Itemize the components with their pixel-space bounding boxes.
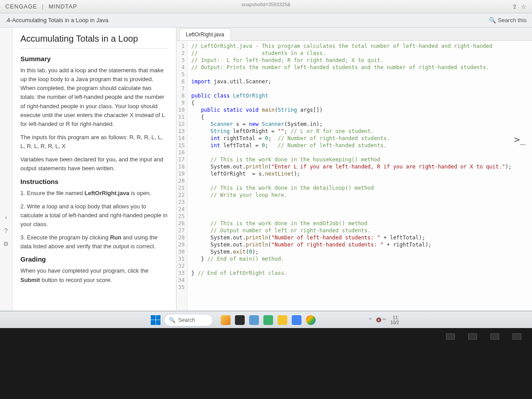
share-icon[interactable]: ⇪ <box>512 3 517 10</box>
instruction-step-1: 1. Ensure the file named LeftOrRight.jav… <box>20 189 168 198</box>
indicator-light <box>490 333 499 340</box>
search-icon: 🔍 <box>169 317 176 323</box>
indicator-light <box>512 333 521 340</box>
tray-speaker-icon[interactable]: 🔇 ᵈˣ <box>376 317 386 322</box>
taskbar-apps <box>221 315 316 325</box>
rail-back-icon[interactable]: ‹ <box>5 214 7 221</box>
instruction-step-2: 2. Write a loop and a loop body that all… <box>20 202 168 229</box>
instructions-panel: Accumulating Totals in a Loop Summary In… <box>12 27 176 310</box>
summary-heading: Summary <box>20 55 168 63</box>
system-tray: ^ 🔇 ᵈˣ 11: 10/2 <box>369 315 399 325</box>
rail-help-icon[interactable]: ? <box>4 227 8 234</box>
top-bar: CENGAGE | MINDTAP snapshotId=3593325& ⇪ … <box>0 0 532 13</box>
taskbar-app-icon[interactable] <box>292 315 301 325</box>
code-area[interactable]: 1234567891011121314151617181920212223242… <box>176 41 532 310</box>
laptop-bezel <box>0 328 532 399</box>
brand: CENGAGE | MINDTAP <box>5 3 77 10</box>
summary-paragraph-3: Variables have been declared for you, an… <box>20 155 168 173</box>
url-fragment: snapshotId=3593325& <box>242 2 290 7</box>
side-rail: ‹ ? ⚙ <box>0 27 12 310</box>
editor-tab-bar: LeftOrRight.java <box>176 27 532 41</box>
taskbar-app-icon[interactable] <box>263 315 273 325</box>
brand-right: MINDTAP <box>49 3 78 10</box>
taskbar-app-icon[interactable] <box>278 315 287 325</box>
code-editor: LeftOrRight.java 12345678910111213141516… <box>176 27 532 310</box>
instruction-step-3: 3. Execute the program by clicking Run a… <box>20 233 168 251</box>
taskbar-app-icon[interactable] <box>306 315 316 325</box>
line-gutter: 1234567891011121314151617181920212223242… <box>176 41 188 310</box>
tray-chevron-icon[interactable]: ^ <box>369 317 372 322</box>
windows-taskbar: 🔍 Search ^ 🔇 ᵈˣ 11: 10/2 <box>0 311 532 328</box>
topbar-actions: ⇪ ☆ <box>512 3 527 10</box>
instructions-heading: Instructions <box>20 178 168 185</box>
indicator-light <box>468 333 477 340</box>
breadcrumb: .4-Accumulating Totals in a Loop in Java <box>5 17 108 23</box>
page-title: Accumulating Totals in a Loop <box>20 34 168 49</box>
main-area: ‹ ? ⚙ Accumulating Totals in a Loop Summ… <box>0 27 532 310</box>
grading-paragraph: When you have completed your program, cl… <box>20 266 168 284</box>
tray-clock[interactable]: 11: 10/2 <box>391 315 399 325</box>
summary-paragraph-1: In this lab, you add a loop and the stat… <box>20 66 168 129</box>
search-icon: 🔍 <box>489 17 496 23</box>
brand-separator: | <box>42 3 44 10</box>
taskbar-search[interactable]: 🔍 Search <box>164 314 213 326</box>
star-icon[interactable]: ☆ <box>521 3 527 10</box>
summary-paragraph-2: The inputs for this program are as follo… <box>20 133 168 151</box>
sub-header: .4-Accumulating Totals in a Loop in Java… <box>0 13 532 27</box>
grading-heading: Grading <box>20 255 168 263</box>
taskbar-app-icon[interactable] <box>249 315 259 325</box>
terminal-icon[interactable]: >_ <box>514 134 526 145</box>
indicator-light <box>446 333 455 340</box>
search-this-course[interactable]: 🔍 Search this <box>489 17 527 23</box>
brand-left: CENGAGE <box>5 3 37 10</box>
start-button[interactable] <box>151 315 160 325</box>
taskbar-app-icon[interactable] <box>235 315 245 325</box>
code-content[interactable]: // LeftOrRight.java - This program calcu… <box>188 41 515 310</box>
taskbar-app-icon[interactable] <box>221 315 231 325</box>
editor-tab[interactable]: LeftOrRight.java <box>179 28 231 40</box>
rail-settings-icon[interactable]: ⚙ <box>3 240 9 247</box>
